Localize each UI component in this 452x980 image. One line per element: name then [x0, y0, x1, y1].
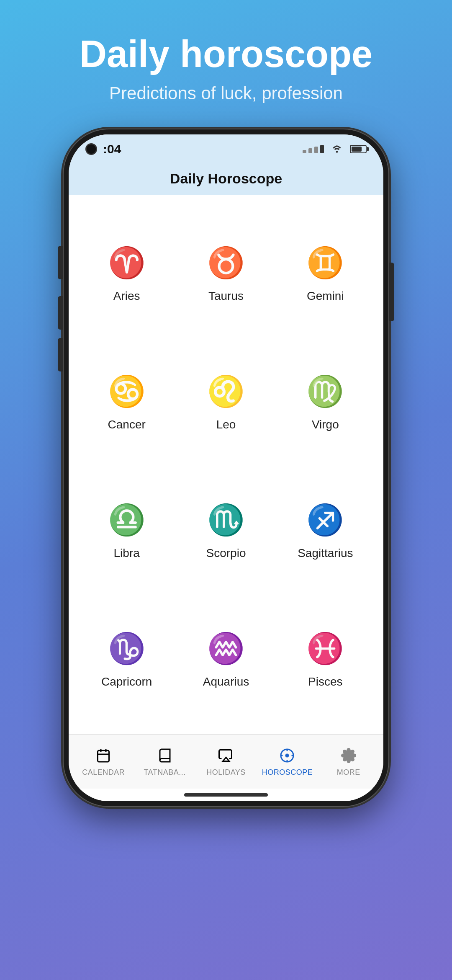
nav-item-holidays[interactable]: HOLIDAYS [195, 746, 257, 777]
aquarius-icon: ♒ [203, 627, 249, 668]
tatnaba-nav-label: TATNABA... [144, 768, 185, 777]
phone-screen: :04 Daily Horos [69, 134, 383, 801]
svg-point-0 [336, 151, 338, 153]
zodiac-item-gemini[interactable]: ♊ Gemini [276, 208, 375, 336]
status-time: :04 [103, 142, 121, 156]
nav-item-tatnaba[interactable]: TATNABA... [134, 746, 195, 777]
capricorn-label: Capricorn [101, 675, 152, 689]
status-right [303, 144, 367, 154]
zodiac-item-aquarius[interactable]: ♒ Aquarius [176, 593, 275, 722]
sagittarius-icon: ♐ [302, 498, 348, 540]
svg-text:♏: ♏ [207, 502, 245, 538]
svg-point-19 [285, 754, 289, 758]
home-indicator [69, 789, 383, 801]
leo-label: Leo [216, 418, 236, 431]
pisces-icon: ♓ [302, 627, 348, 668]
zodiac-item-taurus[interactable]: ♉ Taurus [176, 208, 275, 336]
cancer-icon: ♋ [104, 369, 150, 411]
libra-label: Libra [114, 547, 140, 560]
nav-item-horoscope[interactable]: HOROSCOPE [257, 746, 318, 777]
aquarius-label: Aquarius [203, 675, 249, 689]
svg-text:♍: ♍ [306, 374, 344, 409]
camera-dot [85, 143, 97, 155]
svg-text:♓: ♓ [306, 631, 344, 666]
zodiac-item-leo[interactable]: ♌ Leo [176, 336, 275, 465]
home-bar [184, 793, 268, 797]
zodiac-item-libra[interactable]: ♎ Libra [77, 465, 176, 593]
svg-text:♐: ♐ [306, 502, 344, 538]
taurus-icon: ♉ [203, 241, 249, 283]
svg-text:♊: ♊ [306, 245, 344, 281]
wifi-icon [331, 144, 343, 154]
leo-icon: ♌ [203, 369, 249, 411]
bottom-nav: CALENDAR TATNABA... HO [69, 734, 383, 789]
cancer-label: Cancer [108, 418, 146, 431]
zodiac-item-scorpio[interactable]: ♏ Scorpio [176, 465, 275, 593]
zodiac-item-cancer[interactable]: ♋ Cancer [77, 336, 176, 465]
svg-text:♑: ♑ [108, 631, 146, 666]
gemini-label: Gemini [307, 289, 344, 303]
pisces-label: Pisces [308, 675, 342, 689]
holidays-nav-label: HOLIDAYS [206, 768, 246, 777]
status-left: :04 [85, 142, 121, 156]
aries-label: Aries [113, 289, 140, 303]
svg-marker-17 [223, 758, 229, 761]
more-nav-icon [339, 746, 358, 765]
svg-rect-13 [98, 750, 109, 762]
svg-text:♋: ♋ [108, 374, 146, 409]
sagittarius-label: Sagittarius [298, 547, 353, 560]
phone-mockup: :04 Daily Horos [63, 129, 389, 807]
hero-title: Daily horoscope [80, 34, 372, 75]
hero-subtitle: Predictions of luck, profession [109, 83, 343, 103]
svg-text:♌: ♌ [207, 374, 245, 409]
virgo-label: Virgo [312, 418, 339, 431]
svg-text:♉: ♉ [207, 245, 245, 281]
zodiac-item-pisces[interactable]: ♓ Pisces [276, 593, 375, 722]
zodiac-item-sagittarius[interactable]: ♐ Sagittarius [276, 465, 375, 593]
aries-icon: ♈ [104, 241, 150, 283]
scorpio-icon: ♏ [203, 498, 249, 540]
svg-text:♒: ♒ [207, 631, 245, 666]
zodiac-grid: ♈ Aries ♉ Taurus [69, 195, 383, 734]
gemini-icon: ♊ [302, 241, 348, 283]
app-header: Daily Horoscope [69, 164, 383, 195]
zodiac-item-capricorn[interactable]: ♑ Capricorn [77, 593, 176, 722]
horoscope-nav-icon [278, 746, 296, 765]
libra-icon: ♎ [104, 498, 150, 540]
zodiac-item-virgo[interactable]: ♍ Virgo [276, 336, 375, 465]
status-bar: :04 [69, 134, 383, 164]
svg-text:♎: ♎ [108, 502, 146, 538]
holidays-nav-icon [217, 746, 235, 765]
zodiac-item-aries[interactable]: ♈ Aries [77, 208, 176, 336]
scorpio-label: Scorpio [206, 547, 246, 560]
horoscope-nav-label: HOROSCOPE [262, 768, 313, 777]
calendar-nav-label: CALENDAR [82, 768, 125, 777]
app-title: Daily Horoscope [170, 170, 282, 186]
nav-item-calendar[interactable]: CALENDAR [73, 746, 134, 777]
signal-icon [303, 145, 324, 153]
app-content: ♈ Aries ♉ Taurus [69, 195, 383, 734]
calendar-nav-icon [94, 746, 113, 765]
virgo-icon: ♍ [302, 369, 348, 411]
capricorn-icon: ♑ [104, 627, 150, 668]
tatnaba-nav-icon [156, 746, 174, 765]
more-nav-label: MORE [337, 768, 360, 777]
battery-icon [350, 145, 367, 153]
nav-item-more[interactable]: MORE [318, 746, 379, 777]
taurus-label: Taurus [208, 289, 244, 303]
svg-text:♈: ♈ [108, 245, 146, 281]
